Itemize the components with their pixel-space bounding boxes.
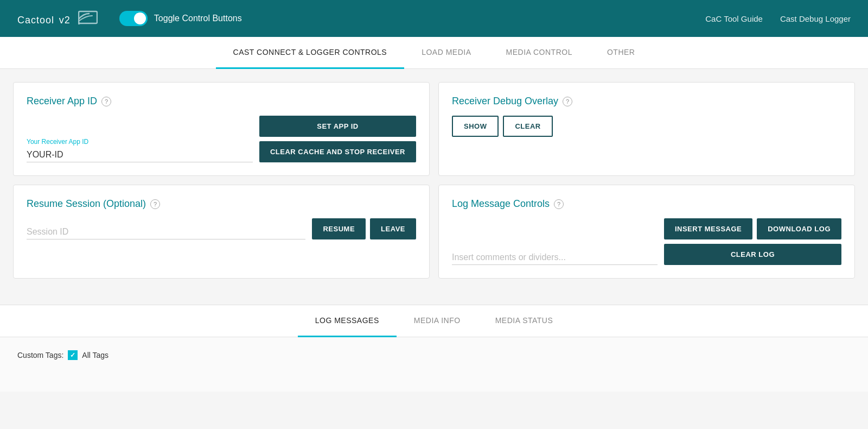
version-text: v2 (59, 15, 71, 26)
clear-cache-and-stop-receiver-button[interactable]: CLEAR CACHE AND STOP RECEIVER (259, 141, 416, 162)
log-input-wrapper (452, 250, 658, 265)
resume-session-card: Resume Session (Optional) ? RESUME LEAVE (13, 185, 430, 279)
tab-load-media[interactable]: LOAD MEDIA (404, 37, 488, 69)
tab-media-status[interactable]: MEDIA STATUS (478, 305, 571, 337)
receiver-app-id-card-title: Receiver App ID ? (27, 96, 416, 107)
bottom-tabs-bar: LOG MESSAGES MEDIA INFO MEDIA STATUS (0, 305, 868, 337)
toggle-control-buttons[interactable] (119, 11, 148, 26)
main-content: Receiver App ID ? Your Receiver App ID S… (0, 69, 868, 300)
tab-log-messages[interactable]: LOG MESSAGES (298, 305, 397, 337)
resume-button[interactable]: RESUME (312, 218, 366, 239)
all-tags-label: All Tags (82, 351, 108, 359)
cast-icon (78, 9, 98, 28)
header-left: Cactool v2 Toggle Control Buttons (17, 9, 242, 28)
resume-buttons: RESUME LEAVE (312, 218, 416, 239)
log-buttons: INSERT MESSAGE DOWNLOAD LOG CLEAR LOG (664, 218, 841, 265)
resume-session-card-title: Resume Session (Optional) ? (27, 198, 416, 210)
toggle-knob (134, 12, 146, 24)
resume-session-title-text: Resume Session (Optional) (27, 198, 146, 210)
receiver-debug-overlay-title-text: Receiver Debug Overlay (452, 96, 558, 107)
receiver-debug-overlay-card-title: Receiver Debug Overlay ? (452, 96, 841, 107)
app-header: Cactool v2 Toggle Control Buttons CaC To… (0, 0, 868, 37)
leave-button[interactable]: LEAVE (370, 218, 416, 239)
set-app-id-button[interactable]: SET APP ID (259, 116, 416, 137)
receiver-debug-overlay-help-icon[interactable]: ? (563, 97, 572, 106)
receiver-app-id-input-label: Your Receiver App ID (27, 138, 253, 146)
resume-input-wrapper (27, 225, 305, 239)
svg-point-1 (78, 22, 80, 24)
debug-overlay-buttons: SHOW CLEAR (452, 116, 841, 137)
tab-cast-connect[interactable]: CAST CONNECT & LOGGER CONTROLS (216, 37, 405, 69)
receiver-app-id-input[interactable] (27, 148, 253, 162)
receiver-app-id-title-text: Receiver App ID (27, 96, 97, 107)
tab-media-control[interactable]: MEDIA CONTROL (489, 37, 590, 69)
log-message-controls-help-icon[interactable]: ? (554, 199, 564, 209)
tab-media-info[interactable]: MEDIA INFO (397, 305, 478, 337)
receiver-input-wrapper: Your Receiver App ID (27, 138, 253, 162)
log-buttons-row1: INSERT MESSAGE DOWNLOAD LOG (664, 218, 841, 239)
bottom-content: Custom Tags: All Tags (0, 337, 868, 392)
receiver-card-body: Your Receiver App ID SET APP ID CLEAR CA… (27, 116, 416, 162)
cards-grid: Receiver App ID ? Your Receiver App ID S… (13, 82, 855, 279)
download-log-button[interactable]: DOWNLOAD LOG (757, 218, 841, 239)
resume-card-body: RESUME LEAVE (27, 218, 416, 239)
tab-other[interactable]: OTHER (590, 37, 653, 69)
receiver-app-id-help-icon[interactable]: ? (101, 97, 111, 106)
log-message-controls-title-text: Log Message Controls (452, 198, 550, 210)
bottom-section: LOG MESSAGES MEDIA INFO MEDIA STATUS Cus… (0, 305, 868, 392)
cast-debug-logger-link[interactable]: Cast Debug Logger (780, 14, 851, 23)
receiver-input-row: Your Receiver App ID SET APP ID CLEAR CA… (27, 116, 416, 162)
receiver-debug-overlay-card: Receiver Debug Overlay ? SHOW CLEAR (438, 82, 855, 176)
clear-debug-button[interactable]: CLEAR (503, 116, 552, 137)
insert-message-button[interactable]: INSERT MESSAGE (664, 218, 752, 239)
log-message-input[interactable] (452, 250, 658, 265)
toggle-area[interactable]: Toggle Control Buttons (119, 11, 242, 26)
top-tabs-bar: CAST CONNECT & LOGGER CONTROLS LOAD MEDI… (0, 37, 868, 69)
custom-tags-label: Custom Tags: (17, 351, 63, 359)
show-button[interactable]: SHOW (452, 116, 499, 137)
app-title: Cactool v2 (17, 10, 71, 27)
log-card-body: INSERT MESSAGE DOWNLOAD LOG CLEAR LOG (452, 218, 841, 265)
cac-tool-guide-link[interactable]: CaC Tool Guide (705, 14, 763, 23)
custom-tags-row: Custom Tags: All Tags (17, 350, 851, 360)
all-tags-checkbox[interactable] (68, 350, 78, 360)
log-message-controls-card: Log Message Controls ? INSERT MESSAGE DO… (438, 185, 855, 279)
receiver-buttons: SET APP ID CLEAR CACHE AND STOP RECEIVER (259, 116, 416, 162)
toggle-label: Toggle Control Buttons (154, 14, 242, 23)
clear-log-button[interactable]: CLEAR LOG (664, 244, 841, 265)
log-message-controls-card-title: Log Message Controls ? (452, 198, 841, 210)
receiver-app-id-card: Receiver App ID ? Your Receiver App ID S… (13, 82, 430, 176)
resume-session-help-icon[interactable]: ? (150, 199, 160, 209)
title-text: Cactool (17, 15, 54, 26)
header-nav: CaC Tool Guide Cast Debug Logger (705, 14, 851, 23)
session-id-input[interactable] (27, 225, 305, 239)
